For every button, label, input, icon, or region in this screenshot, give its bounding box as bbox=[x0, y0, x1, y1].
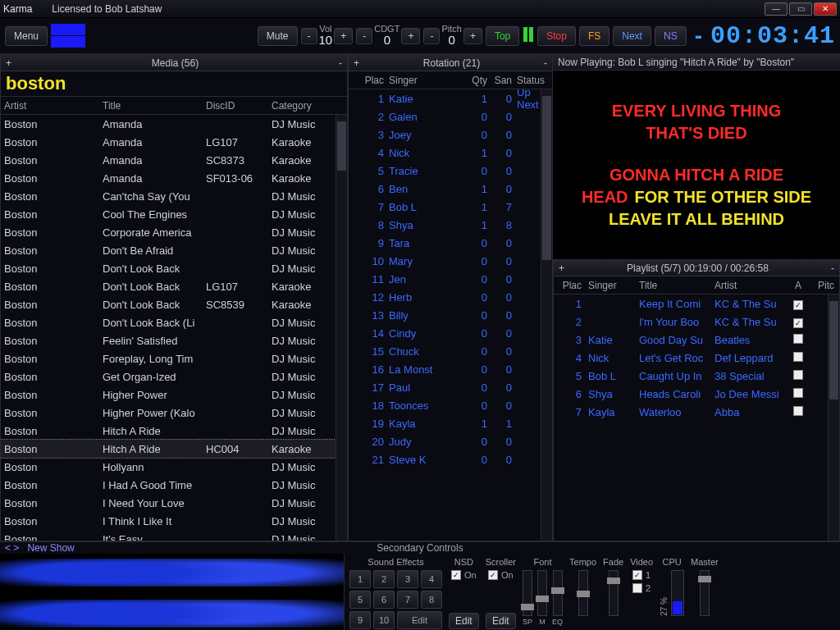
col-disc[interactable]: DiscID bbox=[206, 100, 272, 112]
rotation-row[interactable]: 10Mary00 bbox=[349, 252, 552, 270]
rotation-row[interactable]: 3Joey00 bbox=[349, 126, 552, 144]
playlist-row[interactable]: 3KatieGood Day SuBeatles0 bbox=[554, 331, 839, 349]
playlist-row[interactable]: 5Bob LCaught Up In38 Special0 bbox=[554, 367, 839, 385]
col-category[interactable]: Category bbox=[272, 100, 344, 112]
col-san[interactable]: San bbox=[492, 75, 517, 86]
rotation-row[interactable]: 5Tracie00 bbox=[349, 162, 552, 180]
media-row[interactable]: BostonFeelin' SatisfiedDJ Music bbox=[1, 331, 347, 349]
col-title[interactable]: Title bbox=[639, 280, 714, 291]
vol-down[interactable]: - bbox=[301, 28, 317, 44]
scroller-checkbox[interactable]: ✓ bbox=[488, 570, 498, 580]
media-row[interactable]: BostonCool The EnginesDJ Music bbox=[1, 205, 347, 223]
pitch-down[interactable]: - bbox=[423, 28, 440, 44]
rotation-row[interactable]: 19Kayla11 bbox=[349, 414, 552, 432]
sfx-button-7[interactable]: 7 bbox=[397, 591, 418, 609]
pause-button[interactable] bbox=[523, 27, 534, 44]
col-plac[interactable]: Plac bbox=[352, 75, 389, 86]
col-a[interactable]: A bbox=[788, 280, 808, 291]
col-qty[interactable]: Qty bbox=[461, 75, 492, 86]
cdgt-up[interactable]: + bbox=[401, 28, 420, 44]
sfx-button-9[interactable]: 9 bbox=[349, 611, 371, 629]
stop-button[interactable]: Stop bbox=[537, 26, 576, 46]
media-collapse[interactable]: - bbox=[339, 57, 342, 69]
media-row[interactable]: BostonHitch A RideHC004Karaoke bbox=[1, 440, 347, 458]
sfx-edit[interactable]: Edit bbox=[397, 611, 442, 629]
media-row[interactable]: BostonI Need Your LoveDJ Music bbox=[1, 494, 347, 512]
nsd-edit[interactable]: Edit bbox=[449, 613, 479, 629]
media-row[interactable]: BostonGet Organ-IzedDJ Music bbox=[1, 368, 347, 386]
media-scrollbar[interactable] bbox=[336, 115, 347, 541]
playlist-row[interactable]: 1Keep It ComiKC & The Su✓0 bbox=[554, 294, 839, 313]
sfx-button-6[interactable]: 6 bbox=[373, 591, 395, 609]
rotation-row[interactable]: 1Katie10Up Next bbox=[349, 89, 552, 107]
playlist-row[interactable]: 6ShyaHeads CaroliJo Dee Messi0 bbox=[554, 385, 839, 403]
next-show[interactable]: > bbox=[13, 542, 19, 554]
media-row[interactable]: BostonI Think I Like ItDJ Music bbox=[1, 512, 347, 530]
media-row[interactable]: BostonCan'tcha Say (YouDJ Music bbox=[1, 187, 347, 205]
media-add[interactable]: + bbox=[6, 57, 11, 69]
media-row[interactable]: BostonHitch A RideDJ Music bbox=[1, 422, 347, 440]
media-row[interactable]: BostonI Had A Good TimeDJ Music bbox=[1, 476, 347, 494]
rotation-collapse[interactable]: - bbox=[544, 57, 547, 69]
sfx-button-10[interactable]: 10 bbox=[373, 611, 395, 629]
ns-button[interactable]: NS bbox=[655, 26, 687, 46]
rotation-row[interactable]: 18Toonces00 bbox=[349, 396, 552, 414]
col-title[interactable]: Title bbox=[103, 100, 206, 112]
rotation-row[interactable]: 13Billy00 bbox=[349, 306, 552, 324]
sfx-button-2[interactable]: 2 bbox=[373, 570, 395, 588]
rotation-row[interactable]: 14Cindy00 bbox=[349, 324, 552, 342]
rotation-row[interactable]: 11Jen00 bbox=[349, 270, 552, 288]
media-row[interactable]: BostonIt's EasyDJ Music bbox=[1, 530, 347, 541]
scroller-edit[interactable]: Edit bbox=[486, 613, 516, 629]
media-row[interactable]: BostonAmandaSC8373Karaoke bbox=[1, 151, 347, 169]
media-row[interactable]: BostonAmandaSF013-06Karaoke bbox=[1, 169, 347, 187]
rotation-row[interactable]: 20Judy00 bbox=[349, 432, 552, 450]
rotation-row[interactable]: 21Steve K00 bbox=[349, 450, 552, 468]
playlist-collapse[interactable]: - bbox=[831, 262, 834, 274]
media-row[interactable]: BostonAmandaLG107Karaoke bbox=[1, 133, 347, 151]
font-sp-slider[interactable] bbox=[523, 570, 532, 616]
playlist-add[interactable]: + bbox=[559, 262, 564, 274]
prev-show[interactable]: < bbox=[5, 542, 11, 554]
media-row[interactable]: BostonHigher Power (KaloDJ Music bbox=[1, 404, 347, 422]
playlist-row[interactable]: 2I'm Your BooKC & The Su✓0 bbox=[554, 313, 839, 331]
waveform-display[interactable] bbox=[0, 554, 345, 630]
sfx-button-3[interactable]: 3 bbox=[397, 570, 418, 588]
show-name[interactable]: New Show bbox=[27, 542, 74, 554]
sfx-button-4[interactable]: 4 bbox=[421, 570, 442, 588]
media-row[interactable]: BostonDon't Look BackLG107Karaoke bbox=[1, 277, 347, 295]
media-row[interactable]: BostonDon't Be AfraidDJ Music bbox=[1, 241, 347, 259]
media-row[interactable]: BostonDon't Look BackSC8539Karaoke bbox=[1, 295, 347, 313]
close-button[interactable]: ✕ bbox=[814, 2, 837, 16]
next-button[interactable]: Next bbox=[613, 26, 651, 46]
rotation-row[interactable]: 8Shya18 bbox=[349, 216, 552, 234]
rotation-row[interactable]: 17Paul00 bbox=[349, 378, 552, 396]
rotation-scrollbar[interactable] bbox=[541, 89, 552, 541]
rotation-row[interactable]: 12Herb00 bbox=[349, 288, 552, 306]
col-artist[interactable]: Artist bbox=[4, 100, 103, 112]
rotation-row[interactable]: 7Bob L17 bbox=[349, 198, 552, 216]
playlist-scrollbar[interactable] bbox=[828, 294, 839, 541]
video2-checkbox[interactable] bbox=[632, 583, 642, 593]
rotation-row[interactable]: 9Tara00 bbox=[349, 234, 552, 252]
minimize-button[interactable]: — bbox=[765, 2, 788, 16]
media-row[interactable]: BostonCorporate AmericaDJ Music bbox=[1, 223, 347, 241]
vol-up[interactable]: + bbox=[334, 28, 353, 44]
master-slider[interactable] bbox=[700, 570, 710, 616]
col-plac[interactable]: Plac bbox=[557, 280, 588, 291]
col-artist[interactable]: Artist bbox=[714, 280, 788, 291]
cdgt-down[interactable]: - bbox=[356, 28, 372, 44]
media-row[interactable]: BostonDon't Look BackDJ Music bbox=[1, 259, 347, 277]
media-row[interactable]: BostonHollyannDJ Music bbox=[1, 458, 347, 476]
font-eq-slider[interactable] bbox=[553, 570, 563, 616]
menu-button[interactable]: Menu bbox=[5, 26, 48, 46]
rotation-row[interactable]: 15Chuck00 bbox=[349, 342, 552, 360]
sfx-button-1[interactable]: 1 bbox=[349, 570, 371, 588]
pitch-up[interactable]: + bbox=[463, 28, 482, 44]
maximize-button[interactable]: ▭ bbox=[789, 2, 812, 16]
media-row[interactable]: BostonForeplay, Long TimDJ Music bbox=[1, 349, 347, 368]
media-row[interactable]: BostonAmandaDJ Music bbox=[1, 115, 347, 133]
mute-button[interactable]: Mute bbox=[258, 26, 298, 46]
fade-slider[interactable] bbox=[609, 570, 619, 616]
sfx-button-8[interactable]: 8 bbox=[421, 591, 442, 609]
